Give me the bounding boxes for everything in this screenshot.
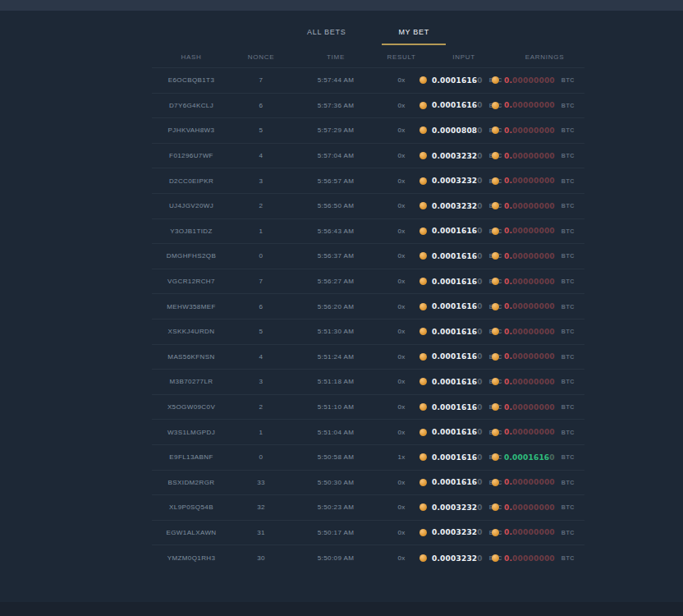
time-cell: 5:56:37 AM [291,252,380,260]
earnings-amount: 0. [504,503,512,512]
result-cell: 0x [380,378,423,385]
result-cell: 0x [380,529,423,536]
earnings-amount-trailing: 00000000 [512,252,555,260]
earnings-currency-label: BTC [562,228,575,234]
hash-cell: XL9P0SQ54B [152,503,231,511]
input-amount-trailing: 0 [477,528,482,536]
nonce-cell: 30 [231,554,291,562]
earnings-currency-label: BTC [562,379,575,384]
time-cell: 5:56:57 AM [291,177,380,185]
table-row: D2CC0EIPKR 3 5:56:57 AM 0x 0.00032320 BT… [152,168,584,194]
earnings-amount: 0. [504,152,512,160]
earnings-cell: 0.00000000 BTC [505,126,584,135]
result-cell: 0x [380,353,423,361]
earnings-cell: 0.00000000 BTC [505,101,584,109]
input-amount-trailing: 0 [477,152,482,160]
hash-cell: MAS56KFNSN [152,353,231,361]
coin-icon [419,76,427,84]
earnings-cell: 0.00000000 BTC [505,528,584,536]
time-cell: 5:50:09 AM [291,554,380,562]
earnings-amount: 0. [504,278,512,286]
result-cell: 0x [380,403,423,411]
input-amount: 0.0003232 [432,177,477,185]
nonce-cell: 0 [231,252,291,260]
earnings-cell: 0.00000000 BTC [505,252,584,260]
earnings-cell: 0.00000000 BTC [505,177,584,185]
input-amount: 0.0001616 [432,478,477,486]
hash-cell: YMZM0Q1RH3 [152,554,231,562]
input-amount: 0.0000808 [432,126,477,135]
earnings-amount: 0. [504,227,512,235]
table-row: VGCR12RCH7 7 5:56:27 AM 0x 0.00016160 BT… [152,269,584,295]
coin-icon [419,403,427,411]
time-cell: 5:57:36 AM [291,102,380,109]
result-cell: 0x [380,252,423,260]
result-cell: 0x [380,126,423,134]
hash-cell: PJHKVAH8W3 [152,126,231,134]
table-row: MAS56KFNSN 4 5:51:24 AM 0x 0.00016160 BT… [152,345,584,370]
table-row: F01296U7WF 4 5:57:04 AM 0x 0.00032320 BT… [152,144,584,169]
time-cell: 5:56:20 AM [291,303,380,310]
hash-cell: E6OCBQB1T3 [152,76,231,84]
table-row: PJHKVAH8W3 5 5:57:29 AM 0x 0.00008080 BT… [152,118,584,144]
coin-icon [419,453,427,461]
earnings-currency-label: BTC [562,354,575,360]
table-row: W3S1LMGPDJ 1 5:51:04 AM 0x 0.00016160 BT… [152,420,584,445]
earnings-amount-trailing: 00000000 [512,503,555,512]
hash-cell: F01296U7WF [152,152,231,159]
result-cell: 0x [380,102,423,109]
hash-cell: D2CC0EIPKR [152,177,231,185]
earnings-cell: 0.00000000 BTC [505,152,584,160]
coin-icon [419,378,427,385]
earnings-amount-trailing: 00000000 [512,478,555,486]
earnings-amount-trailing: 00000000 [512,378,555,386]
result-cell: 0x [380,479,423,486]
tab-all-bets[interactable]: ALL BETS [291,22,362,45]
earnings-cell: 0.00000000 BTC [505,352,584,361]
header-result: RESULT [380,53,423,61]
header-nonce: NONCE [231,53,291,61]
time-cell: 5:57:44 AM [291,76,380,84]
bets-tabs: ALL BETS MY BET [152,22,584,45]
nonce-cell: 4 [231,152,291,159]
earnings-amount: 0. [504,428,512,436]
earnings-currency-label: BTC [562,430,575,435]
earnings-amount: 0. [504,554,512,563]
header-input: INPUT [423,53,505,61]
earnings-cell: 0.00000000 BTC [505,202,584,210]
input-amount-trailing: 0 [477,278,482,286]
earnings-cell: 0.00000000 BTC [505,278,584,286]
time-cell: 5:57:29 AM [291,126,380,134]
earnings-amount: 0. [504,126,512,135]
time-cell: 5:51:04 AM [291,429,380,436]
table-row: D7Y6G4KCLJ 6 5:57:36 AM 0x 0.00016160 BT… [152,94,584,119]
earnings-currency-label: BTC [562,127,575,133]
coin-icon [492,228,499,235]
input-amount: 0.0001616 [432,453,477,462]
hash-cell: W3S1LMGPDJ [152,429,231,436]
input-amount-trailing: 0 [477,478,482,486]
header-earnings: EARNINGS [505,53,584,61]
nonce-cell: 2 [231,202,291,209]
nonce-cell: 1 [231,228,291,235]
earnings-amount-trailing: 00000000 [512,328,555,336]
nonce-cell: 2 [231,403,291,411]
earnings-amount: 0. [504,302,512,310]
earnings-amount-trailing: 00000000 [512,554,555,563]
input-amount-trailing: 0 [477,453,482,462]
coin-icon [419,278,427,285]
earnings-amount-trailing: 00000000 [512,428,555,436]
input-amount-trailing: 0 [477,252,482,260]
earnings-cell: 0.00000000 BTC [505,227,584,235]
table-row: UJ4JGV20WJ 2 5:56:50 AM 0x 0.00032320 BT… [152,194,584,219]
input-amount: 0.0001616 [432,278,477,286]
coin-icon [419,353,427,361]
earnings-currency-label: BTC [562,77,575,83]
earnings-cell: 0.00000000 BTC [505,302,584,310]
input-amount: 0.0003232 [432,554,477,563]
coin-icon [492,479,499,486]
tab-my-bet[interactable]: MY BET [382,22,446,45]
earnings-currency-label: BTC [562,153,575,159]
input-amount-trailing: 0 [477,503,482,512]
earnings-currency-label: BTC [562,480,575,485]
